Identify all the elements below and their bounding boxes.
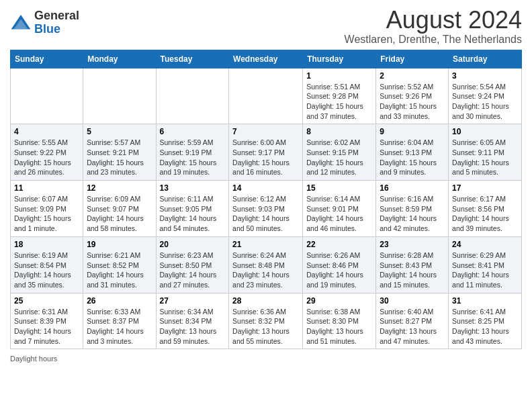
day-number: 23 bbox=[380, 240, 445, 249]
calendar-cell: 27Sunrise: 6:34 AM Sunset: 8:34 PM Dayli… bbox=[156, 293, 229, 349]
logo-icon bbox=[10, 12, 32, 34]
calendar-cell: 11Sunrise: 6:07 AM Sunset: 9:09 PM Dayli… bbox=[11, 181, 83, 237]
day-info: Sunrise: 5:54 AM Sunset: 9:24 PM Dayligh… bbox=[452, 82, 518, 122]
calendar-cell bbox=[83, 68, 156, 124]
day-info: Sunrise: 6:02 AM Sunset: 9:15 PM Dayligh… bbox=[306, 138, 372, 177]
weekday-header: Saturday bbox=[449, 50, 522, 68]
day-number: 9 bbox=[380, 127, 445, 136]
weekday-header: Tuesday bbox=[156, 50, 229, 68]
day-info: Sunrise: 6:34 AM Sunset: 8:34 PM Dayligh… bbox=[160, 307, 226, 347]
calendar-cell bbox=[229, 68, 303, 124]
day-number: 25 bbox=[14, 296, 79, 306]
day-info: Sunrise: 6:24 AM Sunset: 8:48 PM Dayligh… bbox=[232, 250, 299, 290]
day-number: 20 bbox=[160, 240, 226, 249]
calendar-cell: 16Sunrise: 6:16 AM Sunset: 8:59 PM Dayli… bbox=[376, 181, 449, 237]
calendar-cell: 24Sunrise: 6:29 AM Sunset: 8:41 PM Dayli… bbox=[449, 236, 522, 293]
page-header: General Blue August 2024 Westlaren, Dren… bbox=[10, 7, 522, 46]
calendar-cell: 23Sunrise: 6:28 AM Sunset: 8:43 PM Dayli… bbox=[376, 236, 449, 293]
calendar-cell: 5Sunrise: 5:57 AM Sunset: 9:21 PM Daylig… bbox=[83, 124, 156, 181]
day-number: 10 bbox=[452, 127, 518, 136]
calendar-cell: 2Sunrise: 5:52 AM Sunset: 9:26 PM Daylig… bbox=[376, 68, 449, 124]
logo-general-text: General bbox=[34, 9, 79, 23]
day-info: Sunrise: 6:05 AM Sunset: 9:11 PM Dayligh… bbox=[452, 138, 518, 177]
day-number: 16 bbox=[380, 183, 445, 193]
day-info: Sunrise: 6:16 AM Sunset: 8:59 PM Dayligh… bbox=[380, 194, 445, 234]
calendar-cell: 7Sunrise: 6:00 AM Sunset: 9:17 PM Daylig… bbox=[229, 124, 303, 181]
day-info: Sunrise: 5:52 AM Sunset: 9:26 PM Dayligh… bbox=[380, 82, 445, 122]
day-number: 27 bbox=[160, 296, 226, 306]
calendar-cell: 13Sunrise: 6:11 AM Sunset: 9:05 PM Dayli… bbox=[156, 181, 229, 237]
day-info: Sunrise: 6:00 AM Sunset: 9:17 PM Dayligh… bbox=[232, 138, 299, 177]
calendar-cell bbox=[156, 68, 229, 124]
day-number: 26 bbox=[87, 296, 152, 306]
logo: General Blue bbox=[10, 9, 79, 36]
day-info: Sunrise: 6:38 AM Sunset: 8:30 PM Dayligh… bbox=[306, 307, 372, 347]
day-number: 8 bbox=[306, 127, 372, 136]
calendar-cell: 22Sunrise: 6:26 AM Sunset: 8:46 PM Dayli… bbox=[303, 236, 376, 293]
day-number: 29 bbox=[306, 296, 372, 306]
calendar-cell: 29Sunrise: 6:38 AM Sunset: 8:30 PM Dayli… bbox=[303, 293, 376, 349]
logo-blue-text: Blue bbox=[34, 23, 79, 36]
day-number: 12 bbox=[87, 183, 152, 193]
day-info: Sunrise: 6:17 AM Sunset: 8:56 PM Dayligh… bbox=[452, 194, 518, 234]
day-number: 11 bbox=[14, 183, 79, 193]
day-info: Sunrise: 6:33 AM Sunset: 8:37 PM Dayligh… bbox=[87, 307, 152, 347]
day-info: Sunrise: 6:29 AM Sunset: 8:41 PM Dayligh… bbox=[452, 250, 518, 290]
calendar-week-row: 25Sunrise: 6:31 AM Sunset: 8:39 PM Dayli… bbox=[11, 293, 522, 349]
day-number: 30 bbox=[380, 296, 445, 306]
calendar-footer: Daylight hours bbox=[10, 355, 522, 363]
calendar-cell: 8Sunrise: 6:02 AM Sunset: 9:15 PM Daylig… bbox=[303, 124, 376, 181]
day-number: 15 bbox=[306, 183, 372, 193]
day-info: Sunrise: 6:26 AM Sunset: 8:46 PM Dayligh… bbox=[306, 250, 372, 290]
daylight-label: Daylight hours bbox=[10, 355, 57, 363]
calendar-cell: 26Sunrise: 6:33 AM Sunset: 8:37 PM Dayli… bbox=[83, 293, 156, 349]
day-info: Sunrise: 6:36 AM Sunset: 8:32 PM Dayligh… bbox=[232, 307, 299, 347]
day-number: 18 bbox=[14, 240, 79, 249]
day-number: 6 bbox=[160, 127, 226, 136]
day-info: Sunrise: 5:51 AM Sunset: 9:28 PM Dayligh… bbox=[306, 82, 372, 122]
day-info: Sunrise: 6:12 AM Sunset: 9:03 PM Dayligh… bbox=[232, 194, 299, 234]
title-block: August 2024 Westlaren, Drenthe, The Neth… bbox=[345, 7, 522, 46]
calendar-cell: 6Sunrise: 5:59 AM Sunset: 9:19 PM Daylig… bbox=[156, 124, 229, 181]
weekday-header: Thursday bbox=[303, 50, 376, 68]
calendar-week-row: 18Sunrise: 6:19 AM Sunset: 8:54 PM Dayli… bbox=[11, 236, 522, 293]
day-number: 3 bbox=[452, 71, 518, 81]
day-number: 21 bbox=[232, 240, 299, 249]
day-info: Sunrise: 6:09 AM Sunset: 9:07 PM Dayligh… bbox=[87, 194, 152, 234]
day-number: 14 bbox=[232, 183, 299, 193]
day-number: 5 bbox=[87, 127, 152, 136]
calendar-cell: 17Sunrise: 6:17 AM Sunset: 8:56 PM Dayli… bbox=[449, 181, 522, 237]
calendar-cell: 31Sunrise: 6:41 AM Sunset: 8:25 PM Dayli… bbox=[449, 293, 522, 349]
calendar-cell: 19Sunrise: 6:21 AM Sunset: 8:52 PM Dayli… bbox=[83, 236, 156, 293]
day-number: 2 bbox=[380, 71, 445, 81]
calendar-cell: 15Sunrise: 6:14 AM Sunset: 9:01 PM Dayli… bbox=[303, 181, 376, 237]
day-info: Sunrise: 6:11 AM Sunset: 9:05 PM Dayligh… bbox=[160, 194, 226, 234]
day-info: Sunrise: 6:14 AM Sunset: 9:01 PM Dayligh… bbox=[306, 194, 372, 234]
calendar-week-row: 11Sunrise: 6:07 AM Sunset: 9:09 PM Dayli… bbox=[11, 181, 522, 237]
calendar-cell: 20Sunrise: 6:23 AM Sunset: 8:50 PM Dayli… bbox=[156, 236, 229, 293]
calendar-cell: 28Sunrise: 6:36 AM Sunset: 8:32 PM Dayli… bbox=[229, 293, 303, 349]
calendar-cell: 25Sunrise: 6:31 AM Sunset: 8:39 PM Dayli… bbox=[11, 293, 83, 349]
calendar-cell: 9Sunrise: 6:04 AM Sunset: 9:13 PM Daylig… bbox=[376, 124, 449, 181]
calendar-cell bbox=[11, 68, 83, 124]
day-number: 22 bbox=[306, 240, 372, 249]
calendar-cell: 10Sunrise: 6:05 AM Sunset: 9:11 PM Dayli… bbox=[449, 124, 522, 181]
day-info: Sunrise: 5:57 AM Sunset: 9:21 PM Dayligh… bbox=[87, 138, 152, 177]
day-info: Sunrise: 5:59 AM Sunset: 9:19 PM Dayligh… bbox=[160, 138, 226, 177]
day-info: Sunrise: 6:31 AM Sunset: 8:39 PM Dayligh… bbox=[14, 307, 79, 347]
weekday-header-row: SundayMondayTuesdayWednesdayThursdayFrid… bbox=[11, 50, 522, 68]
calendar-table: SundayMondayTuesdayWednesdayThursdayFrid… bbox=[10, 50, 522, 350]
weekday-header: Monday bbox=[83, 50, 156, 68]
day-number: 7 bbox=[232, 127, 299, 136]
day-number: 13 bbox=[160, 183, 226, 193]
day-number: 19 bbox=[87, 240, 152, 249]
weekday-header: Sunday bbox=[11, 50, 83, 68]
calendar-cell: 1Sunrise: 5:51 AM Sunset: 9:28 PM Daylig… bbox=[303, 68, 376, 124]
location-title: Westlaren, Drenthe, The Netherlands bbox=[345, 34, 522, 46]
day-number: 28 bbox=[232, 296, 299, 306]
day-number: 31 bbox=[452, 296, 518, 306]
weekday-header: Wednesday bbox=[229, 50, 303, 68]
day-info: Sunrise: 6:04 AM Sunset: 9:13 PM Dayligh… bbox=[380, 138, 445, 177]
calendar-cell: 14Sunrise: 6:12 AM Sunset: 9:03 PM Dayli… bbox=[229, 181, 303, 237]
day-number: 4 bbox=[14, 127, 79, 136]
